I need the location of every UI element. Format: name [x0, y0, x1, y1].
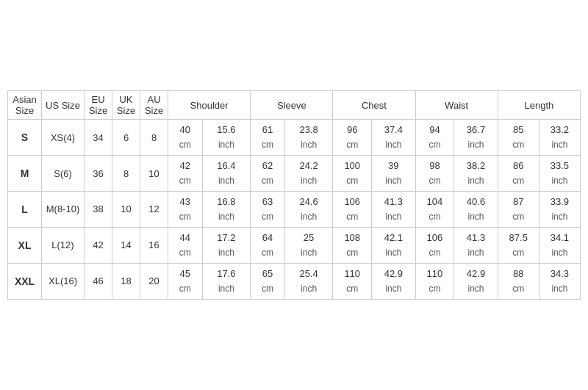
- header-asian-size: Asian Size: [8, 91, 42, 120]
- table-row: 36.7inch: [454, 120, 498, 156]
- table-row: 41.3inch: [454, 227, 498, 263]
- table-row: 40.6inch: [454, 192, 498, 228]
- table-row: 110cm: [333, 263, 372, 299]
- table-row: 24.2inch: [284, 156, 333, 192]
- table-row: 15.6inch: [202, 120, 251, 156]
- table-row: 98cm: [415, 156, 454, 192]
- table-row: 42: [85, 227, 112, 263]
- table-row: 6: [112, 120, 140, 156]
- table-row: 42.9inch: [372, 263, 415, 299]
- table-row: M: [8, 156, 42, 192]
- table-row: 96cm: [333, 120, 372, 156]
- table-row: 18: [112, 263, 140, 299]
- table-row: XS(4): [42, 120, 85, 156]
- table-row: 62cm: [251, 156, 285, 192]
- header-uk-size: UK Size: [112, 91, 140, 120]
- header-eu-size: EU Size: [85, 91, 112, 120]
- table-row: 16.4inch: [202, 156, 251, 192]
- header-chest: Chest: [333, 91, 415, 120]
- header-waist: Waist: [415, 91, 498, 120]
- table-row: 33.5inch: [539, 156, 580, 192]
- table-row: 23.8inch: [284, 120, 333, 156]
- table-row: S: [8, 120, 42, 156]
- table-row: S(6): [42, 156, 85, 192]
- table-row: 34.1inch: [539, 227, 580, 263]
- table-row: 86cm: [498, 156, 539, 192]
- table-row: 100cm: [333, 156, 372, 192]
- table-row: 33.9inch: [539, 192, 580, 228]
- table-row: XXL: [8, 263, 42, 299]
- table-row: XL: [8, 227, 42, 263]
- table-row: 94cm: [415, 120, 454, 156]
- table-row: 41.3inch: [372, 192, 415, 228]
- table-row: L: [8, 192, 42, 228]
- table-row: 16.8inch: [202, 192, 251, 228]
- table-row: 40cm: [168, 120, 203, 156]
- table-row: 20: [140, 263, 168, 299]
- table-row: 65cm: [251, 263, 285, 299]
- table-row: 10: [112, 192, 140, 228]
- table-row: 36: [85, 156, 112, 192]
- header-au-size: AU Size: [140, 91, 168, 120]
- header-length: Length: [498, 91, 580, 120]
- size-chart-table: Asian Size US Size EU Size UK Size AU Si…: [7, 90, 581, 300]
- table-row: 42.9inch: [454, 263, 498, 299]
- table-row: 110cm: [415, 263, 454, 299]
- table-row: 10: [140, 156, 168, 192]
- table-row: 64cm: [251, 227, 285, 263]
- table-row: 14: [112, 227, 140, 263]
- table-row: XL(16): [42, 263, 85, 299]
- header-sleeve: Sleeve: [251, 91, 333, 120]
- header-us-size: US Size: [42, 91, 85, 120]
- table-row: 104cm: [415, 192, 454, 228]
- table-row: L(12): [42, 227, 85, 263]
- table-row: 33.2inch: [539, 120, 580, 156]
- table-row: 85cm: [498, 120, 539, 156]
- table-row: 88cm: [498, 263, 539, 299]
- table-row: 34: [85, 120, 112, 156]
- table-row: 44cm: [168, 227, 203, 263]
- table-row: 39inch: [372, 156, 415, 192]
- table-row: 108cm: [333, 227, 372, 263]
- table-row: 106cm: [333, 192, 372, 228]
- table-row: 38: [85, 192, 112, 228]
- table-row: 24.6inch: [284, 192, 333, 228]
- table-row: 17.2inch: [202, 227, 251, 263]
- table-row: 17.6inch: [202, 263, 251, 299]
- table-row: 46: [85, 263, 112, 299]
- table-row: 16: [140, 227, 168, 263]
- table-row: 38.2inch: [454, 156, 498, 192]
- table-row: 61cm: [251, 120, 285, 156]
- table-row: 87cm: [498, 192, 539, 228]
- table-row: 45cm: [168, 263, 203, 299]
- table-row: 12: [140, 192, 168, 228]
- table-row: 43cm: [168, 192, 203, 228]
- table-row: 106cm: [415, 227, 454, 263]
- table-row: 25inch: [284, 227, 333, 263]
- table-row: 8: [140, 120, 168, 156]
- table-row: 37.4inch: [372, 120, 415, 156]
- header-shoulder: Shoulder: [168, 91, 251, 120]
- table-row: 87.5cm: [498, 227, 539, 263]
- table-row: 34.3inch: [539, 263, 580, 299]
- table-row: M(8-10): [42, 192, 85, 228]
- table-row: 42cm: [168, 156, 203, 192]
- table-row: 63cm: [251, 192, 285, 228]
- table-row: 8: [112, 156, 140, 192]
- table-row: 42.1inch: [372, 227, 415, 263]
- table-row: 25.4inch: [284, 263, 333, 299]
